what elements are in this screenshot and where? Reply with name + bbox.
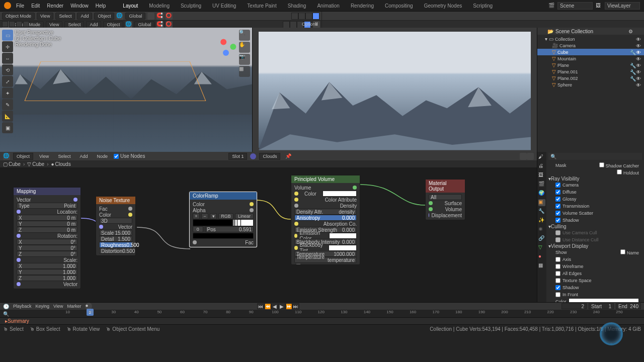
- timeline-track[interactable]: 🔍 2 102030405060708090100110120130140150…: [0, 310, 644, 318]
- node-principled-volume[interactable]: Principled Volume Volume Color Color Att…: [291, 175, 360, 265]
- ptab-object[interactable]: ▣: [538, 199, 545, 206]
- vp-menu-object-l[interactable]: Object: [94, 13, 114, 20]
- tl-menu-keying[interactable]: Keying: [36, 304, 50, 309]
- ws-tab-animation[interactable]: Animation: [314, 2, 342, 10]
- ws-tab-layout[interactable]: Layout: [120, 2, 141, 10]
- ptab-scene[interactable]: 🎬: [538, 181, 545, 188]
- tool-scale[interactable]: ⤢: [2, 76, 13, 87]
- dopesheet-summary[interactable]: ▸ Summary: [0, 317, 644, 324]
- tool-addcube[interactable]: ▣: [2, 122, 13, 133]
- viewport-color-swatch[interactable]: [569, 298, 639, 302]
- node-noise-texture[interactable]: Noise Texture Fac Color 3D Vector Scale1…: [96, 196, 136, 256]
- modifier-icon[interactable]: 🔧: [630, 63, 635, 68]
- ramp-color[interactable]: [193, 233, 254, 239]
- orientation-select[interactable]: Global: [125, 13, 145, 20]
- tree-collection[interactable]: ▾▭Collection👁: [537, 36, 644, 42]
- sec-vdisp[interactable]: ▾Viewport Display: [548, 243, 642, 249]
- matout-target[interactable]: All: [429, 194, 462, 200]
- nav-pan[interactable]: ✋: [239, 42, 250, 53]
- tree-cube[interactable]: ▽Cube🔧👁: [537, 49, 644, 55]
- eye-icon[interactable]: 👁: [636, 69, 641, 74]
- sel-mode-3[interactable]: [16, 21, 22, 27]
- eye-icon[interactable]: 👁: [636, 56, 641, 61]
- ptab-output[interactable]: 🖨: [538, 163, 545, 170]
- chk-shadowcatcher[interactable]: [599, 162, 604, 167]
- eye-icon[interactable]: 👁: [636, 82, 641, 87]
- pivot-icon-l[interactable]: [147, 13, 154, 20]
- ramp-menu-btn[interactable]: ▾: [210, 213, 217, 219]
- ws-tab-texpaint[interactable]: Texture Paint: [244, 2, 279, 10]
- ne-menu-select[interactable]: Select: [55, 153, 73, 160]
- vp-menu-select-l[interactable]: Select: [55, 13, 75, 20]
- ne-menu-view[interactable]: View: [36, 153, 52, 160]
- path-obj[interactable]: Cube: [9, 161, 21, 167]
- shade-render-l[interactable]: [312, 13, 319, 20]
- tool-select[interactable]: ▭: [2, 30, 13, 41]
- node-canvas[interactable]: Mapping Vector TypePoint Location: X0 m …: [0, 167, 537, 302]
- ramp-index[interactable]: 0: [193, 226, 203, 232]
- nav-zoom[interactable]: 🔍: [239, 30, 250, 41]
- ptab-data[interactable]: ▽: [538, 244, 545, 251]
- path-mesh[interactable]: Cube: [32, 161, 44, 167]
- node-material-output[interactable]: Material Output All Surface Volume Displ…: [425, 179, 465, 220]
- tree-sphere[interactable]: ▽Sphere👁: [537, 81, 644, 88]
- ptab-texture[interactable]: ▦: [538, 262, 545, 269]
- ptab-constraints[interactable]: 🔗: [538, 235, 545, 242]
- vp-menu-select-r[interactable]: Select: [64, 21, 84, 28]
- pvol-emcolor-swatch[interactable]: [329, 233, 357, 239]
- shader-type-select[interactable]: Object: [13, 153, 33, 160]
- viewport-3d-right[interactable]: [253, 28, 537, 152]
- play-rev-btn[interactable]: ◀: [271, 303, 278, 309]
- propedit-icon-r[interactable]: ⭕: [166, 21, 173, 28]
- filter-icon[interactable]: ⚙: [628, 29, 634, 34]
- snap-icon-l[interactable]: 🧲: [156, 13, 164, 20]
- ptab-physics[interactable]: ⚛: [538, 226, 545, 233]
- menu-file[interactable]: File: [14, 3, 26, 9]
- colorramp-gradient[interactable]: [193, 219, 254, 226]
- chk-vscatter[interactable]: [555, 211, 560, 216]
- chk-infront[interactable]: [555, 292, 560, 297]
- vp-menu-view-r[interactable]: View: [46, 21, 62, 28]
- ws-tab-modeling[interactable]: Modeling: [146, 2, 173, 10]
- end-frame[interactable]: End240: [616, 303, 641, 309]
- chk-alledges[interactable]: [555, 271, 560, 276]
- ramp-del-btn[interactable]: −: [201, 213, 208, 219]
- tree-camera[interactable]: 🎥Camera👁: [537, 42, 644, 49]
- tool-measure[interactable]: 📐: [2, 111, 13, 122]
- shade-solid-r[interactable]: [290, 21, 297, 28]
- slot-select[interactable]: Slot 1: [228, 153, 247, 160]
- tl-menu-marker[interactable]: Marker: [67, 304, 81, 309]
- chk-camcull[interactable]: [555, 230, 560, 235]
- tool-transform[interactable]: ✦: [2, 87, 13, 99]
- chk-camera[interactable]: [555, 183, 560, 188]
- chk-wire[interactable]: [555, 264, 560, 269]
- vp-menu-object-r[interactable]: Object: [103, 21, 123, 28]
- sec-culling[interactable]: ▾Culling: [548, 224, 642, 229]
- current-frame[interactable]: 2: [561, 303, 587, 309]
- ptab-modifier[interactable]: 🔧: [538, 208, 545, 215]
- tree-mountain[interactable]: ▽Mountain👁: [537, 55, 644, 62]
- menu-help[interactable]: Help: [94, 3, 108, 9]
- menu-edit[interactable]: Edit: [29, 3, 42, 9]
- ws-tab-shading[interactable]: Shading: [285, 2, 309, 10]
- pvol-bbtint-swatch[interactable]: [329, 245, 357, 251]
- tree-plane001[interactable]: ▽Plane.001🔧👁: [537, 68, 644, 75]
- nav-gizmo-icon[interactable]: [214, 35, 238, 59]
- search-icon[interactable]: 🔍: [3, 311, 9, 317]
- tool-move[interactable]: ↔: [2, 53, 13, 64]
- orientation-icon-r[interactable]: 🌐: [125, 21, 132, 28]
- nav-persp[interactable]: ▦: [239, 66, 250, 77]
- modifier-icon[interactable]: 🔧: [630, 69, 635, 74]
- eye-icon[interactable]: 👁: [636, 63, 641, 68]
- shade-wire-l[interactable]: [291, 13, 298, 20]
- ptab-world[interactable]: 🌍: [538, 190, 545, 197]
- ramp-add-btn[interactable]: +: [193, 213, 200, 219]
- viewlayer-field[interactable]: [605, 2, 640, 10]
- vp-menu-add-r[interactable]: Add: [86, 21, 101, 28]
- menu-render[interactable]: Render: [45, 3, 65, 9]
- chk-glossy[interactable]: [555, 197, 560, 202]
- tl-menu-view[interactable]: View: [53, 304, 63, 309]
- modifier-icon[interactable]: 🔧: [630, 76, 635, 81]
- nav-camera[interactable]: 📷: [239, 54, 250, 65]
- start-frame[interactable]: Start1: [589, 303, 614, 309]
